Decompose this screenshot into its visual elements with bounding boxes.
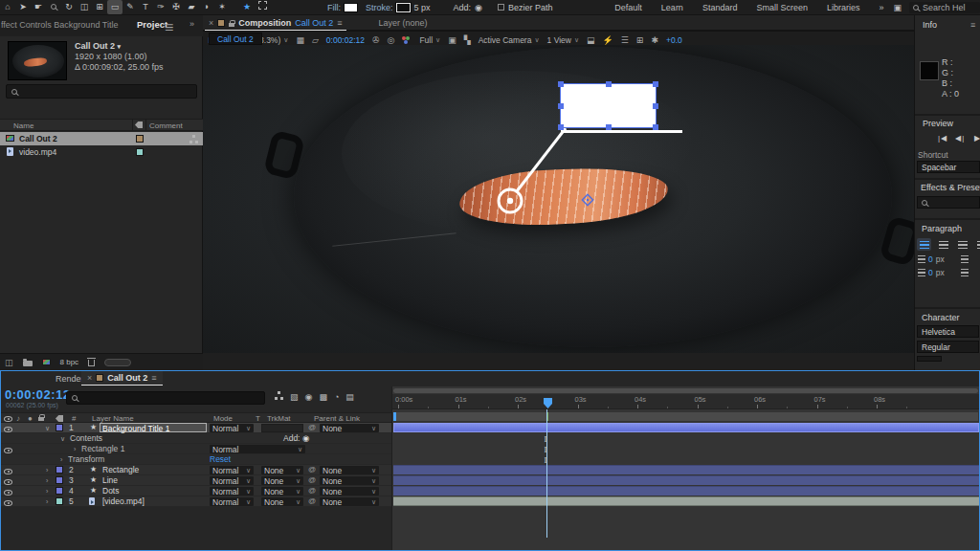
- resolution-dropdown[interactable]: Full∨: [419, 35, 440, 45]
- selection-handle[interactable]: [558, 124, 564, 130]
- selection-tool[interactable]: ➤: [15, 0, 31, 14]
- eraser-tool[interactable]: ▰: [184, 0, 199, 14]
- layer-color-chip[interactable]: [56, 487, 63, 495]
- callout-text-box[interactable]: [561, 84, 656, 127]
- workspace-standard[interactable]: Standard: [702, 3, 738, 12]
- blend-mode-dropdown[interactable]: Normal∨: [210, 476, 254, 485]
- clone-stamp-tool[interactable]: ✠: [168, 0, 184, 14]
- project-item-row[interactable]: video.mp4: [0, 145, 203, 159]
- column-mode[interactable]: Mode: [213, 414, 233, 423]
- transform-row[interactable]: › Transform Reset: [1, 454, 391, 465]
- video-column-icon[interactable]: [4, 416, 12, 422]
- selection-handle[interactable]: [653, 81, 658, 87]
- pick-whip-icon[interactable]: @: [308, 465, 316, 474]
- layer-color-chip[interactable]: [56, 497, 63, 505]
- layer-color-chip[interactable]: [56, 466, 63, 474]
- selection-handle[interactable]: [606, 81, 612, 87]
- tab-effect-controls[interactable]: ffect Controls Background Title 1: [1, 20, 121, 30]
- add-icon[interactable]: ◉: [302, 433, 309, 443]
- lock-icon[interactable]: [229, 23, 234, 27]
- trkmat-dropdown[interactable]: None∨: [261, 487, 303, 496]
- flowchart-button-icon[interactable]: ⊞: [636, 35, 644, 45]
- selection-handle[interactable]: [653, 124, 658, 130]
- help-search-input[interactable]: Search Hel: [909, 2, 980, 13]
- twirl-icon[interactable]: ›: [46, 476, 48, 486]
- layer-row-3[interactable]: › 3 ★ Line Normal∨ None∨ @ None∨: [1, 475, 391, 486]
- twirl-icon[interactable]: ∨: [45, 424, 50, 433]
- parent-dropdown[interactable]: None∨: [320, 497, 379, 506]
- label-column-icon[interactable]: [56, 415, 63, 422]
- trkmat-dropdown[interactable]: None∨: [261, 497, 303, 506]
- effects-presets-title[interactable]: Effects & Presets: [921, 183, 980, 192]
- layer-row-4[interactable]: › 4 ★ Dots Normal∨ None∨ @ None∨: [1, 486, 391, 496]
- blend-mode-dropdown[interactable]: Normal∨: [210, 445, 305, 453]
- twirl-icon[interactable]: ›: [46, 487, 48, 496]
- home-tool[interactable]: ⌂: [0, 0, 15, 14]
- column-t[interactable]: T: [256, 414, 260, 423]
- label-column-icon[interactable]: [135, 121, 143, 128]
- frame-blending-button[interactable]: ▩: [319, 392, 327, 402]
- layer-color-chip[interactable]: [56, 476, 63, 484]
- align-right-button[interactable]: [955, 238, 969, 251]
- puppet-pin-tool[interactable]: ✶: [214, 0, 230, 14]
- column-trkmat[interactable]: TrkMat: [267, 414, 291, 423]
- motion-blur-button[interactable]: ◔: [334, 392, 339, 402]
- timeline-search-input[interactable]: [66, 391, 265, 405]
- layer-row-2[interactable]: › 2 ★ Rectangle Normal∨ None∨ @ None∨: [1, 465, 391, 475]
- column-name[interactable]: Name: [13, 121, 33, 130]
- timeline-track-zone[interactable]: 0:00s01s02s03s04s05s06s07s08s I I I: [391, 386, 979, 550]
- label-color-chip[interactable]: [136, 135, 144, 143]
- parent-dropdown[interactable]: None∨: [320, 466, 379, 474]
- project-item-row[interactable]: Call Out 2: [0, 132, 203, 145]
- play-button[interactable]: ▶: [974, 134, 980, 143]
- show-snapshot-icon[interactable]: ◎: [388, 35, 395, 45]
- visibility-toggle[interactable]: [4, 490, 12, 496]
- current-timecode[interactable]: 0:00:02:12: [5, 387, 71, 402]
- new-folder-icon[interactable]: [23, 361, 33, 366]
- column-layer-name[interactable]: Layer Name: [92, 414, 134, 423]
- info-panel-title[interactable]: Info: [923, 20, 937, 30]
- panel-menu-icon[interactable]: ≡: [151, 373, 156, 383]
- visibility-toggle[interactable]: [4, 448, 12, 453]
- workspace-small-screen[interactable]: Small Screen: [756, 3, 808, 12]
- delete-icon[interactable]: [88, 360, 95, 366]
- viewer-timecode[interactable]: 0:00:02:12: [326, 35, 365, 45]
- work-area-bar[interactable]: [393, 412, 978, 421]
- pixel-aspect-icon[interactable]: ⬓: [587, 35, 595, 45]
- contents-row[interactable]: ∨ Contents Add: ◉: [1, 433, 391, 444]
- fast-previews-icon[interactable]: ⚡: [603, 35, 613, 45]
- selection-handle[interactable]: [558, 81, 564, 87]
- rectangle-tool[interactable]: ▭: [107, 0, 122, 14]
- first-frame-button[interactable]: |◀: [938, 134, 947, 143]
- column-comment[interactable]: Comment: [149, 121, 183, 130]
- parent-dropdown[interactable]: None∨: [320, 424, 379, 432]
- twirl-icon[interactable]: ∨: [60, 434, 65, 444]
- exposure-gear-icon[interactable]: ✱: [651, 35, 658, 45]
- layer-bar[interactable]: [393, 475, 979, 485]
- panel-menu-icon[interactable]: ≡: [337, 18, 342, 28]
- target-region-icon[interactable]: ▣: [448, 35, 457, 45]
- transparency-grid-icon[interactable]: ▚: [464, 35, 471, 45]
- stroke-swatch[interactable]: [396, 3, 411, 12]
- selected-item-name[interactable]: Call Out 2 ▾: [75, 41, 121, 52]
- project-search-input[interactable]: [6, 84, 197, 99]
- live-update-button[interactable]: ▧: [290, 392, 299, 402]
- audio-column-icon[interactable]: ♪: [16, 414, 20, 423]
- solo-column-icon[interactable]: ●: [28, 414, 33, 423]
- preview-panel-title[interactable]: Preview: [923, 119, 953, 128]
- layer-name[interactable]: Line: [102, 475, 118, 485]
- comp-subtab[interactable]: Call Out 2: [209, 33, 262, 45]
- bezier-path-checkbox[interactable]: [498, 4, 504, 11]
- pick-whip-icon[interactable]: @: [308, 486, 316, 496]
- trkmat-dropdown[interactable]: None∨: [261, 476, 303, 485]
- pan-behind-tool[interactable]: ⊞: [92, 0, 107, 14]
- parent-dropdown[interactable]: None∨: [320, 487, 379, 496]
- video-layer-bar[interactable]: [393, 496, 979, 506]
- tab-timeline-comp[interactable]: × Call Out 2 ≡: [81, 371, 163, 386]
- previous-frame-button[interactable]: ◀|: [955, 134, 965, 143]
- view-layout-dropdown[interactable]: 1 View∨: [547, 35, 579, 45]
- layer-row-1[interactable]: ∨ 1 ★ Background Title 1 Normal∨ @ None∨: [1, 423, 391, 433]
- brush-tool[interactable]: ✑: [153, 0, 168, 14]
- layer-bar[interactable]: [393, 486, 979, 496]
- blend-mode-dropdown[interactable]: Normal∨: [210, 497, 254, 506]
